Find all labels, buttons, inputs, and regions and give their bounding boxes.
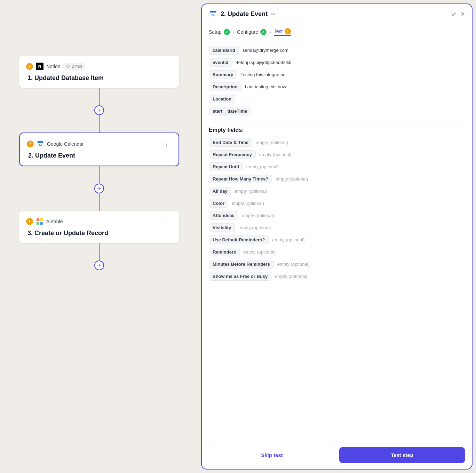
svg-rect-10: [210, 12, 216, 13]
warning-icon-2: !: [27, 141, 34, 147]
panel-gcal-icon: 24: [209, 10, 217, 18]
empty-row-9: Reminders empty (optional): [209, 248, 465, 256]
node-1-title: 1. Updated Database Item: [26, 74, 172, 82]
breadcrumb-configure[interactable]: Configure ✓: [237, 29, 267, 35]
add-step-2[interactable]: +: [94, 184, 104, 193]
field-value-eventid: 4efdnj7spuijvjd6pc6ed92fkk: [236, 60, 292, 65]
test-warning: !: [285, 28, 291, 34]
node-3-menu[interactable]: ⋮: [162, 217, 172, 226]
app-name-3: Airtable: [46, 219, 63, 224]
workflow-node-3[interactable]: ! Airtable ⋮ 3. Create or Update Record: [19, 211, 179, 243]
time-badge: ⏱ 2 min: [63, 63, 85, 70]
empty-tag-5: Color: [209, 199, 228, 208]
panel-title: 2. Update Event: [221, 10, 268, 18]
field-row-startdatetime: start__dateTime: [209, 107, 465, 115]
field-row-summary: Summary Testing this integration: [209, 70, 465, 79]
svg-rect-5: [40, 218, 43, 221]
empty-row-0: End Date & Time empty (optional): [209, 138, 465, 147]
empty-row-3: Repeat How Many Times? empty (optional): [209, 175, 465, 183]
empty-row-5: Color empty (optional): [209, 199, 465, 208]
configure-check: ✓: [260, 29, 267, 35]
field-tag-calendarid: calendarid: [209, 46, 239, 55]
test-step-button[interactable]: Test step: [339, 447, 465, 463]
svg-rect-7: [40, 222, 43, 225]
workflow-node-1[interactable]: ! N Notion ⏱ 2 min ⋮ 1. Updated Database…: [19, 56, 179, 88]
close-icon[interactable]: ✕: [460, 11, 465, 17]
field-value-summary: Testing this integration: [240, 72, 285, 77]
empty-tag-4: All day: [209, 187, 231, 195]
setup-check: ✓: [224, 29, 230, 35]
breadcrumb-setup[interactable]: Setup ✓: [209, 29, 230, 35]
test-label: Test: [274, 29, 283, 34]
empty-tag-8: Use Default Reminders?: [209, 235, 269, 244]
empty-tag-9: Reminders: [209, 248, 240, 256]
field-row-location: Location: [209, 95, 465, 103]
field-tag-summary: Summary: [209, 70, 237, 79]
empty-value-8: empty (optional): [272, 237, 304, 242]
setup-label: Setup: [209, 29, 222, 35]
empty-row-10: Minutes Before Reminders empty (optional…: [209, 260, 465, 268]
breadcrumb-test[interactable]: Test !: [274, 28, 291, 36]
airtable-icon: [36, 218, 43, 225]
node-3-title: 3. Create or Update Record: [26, 230, 172, 237]
clock-icon: ⏱: [66, 64, 70, 69]
svg-rect-4: [37, 218, 39, 221]
field-tag-startdatetime: start__dateTime: [209, 107, 251, 115]
empty-value-6: empty (optional): [242, 213, 274, 218]
workflow-panel: ! N Notion ⏱ 2 min ⋮ 1. Updated Database…: [0, 0, 198, 473]
empty-tag-3: Repeat How Many Times?: [209, 175, 272, 183]
empty-row-8: Use Default Reminders? empty (optional): [209, 235, 465, 244]
time-value: 2 min: [72, 64, 82, 69]
arrow-1: ›: [233, 29, 235, 35]
field-row-description: Description I am testing this now: [209, 82, 465, 91]
warning-icon-3: !: [26, 218, 33, 225]
field-row-calendarid: calendarid senda@drymerge.com: [209, 46, 465, 55]
connector-3: [99, 166, 100, 184]
connector-5: [99, 243, 100, 260]
edit-icon[interactable]: ✏: [271, 11, 276, 17]
expand-icon[interactable]: ⤢: [452, 11, 456, 17]
svg-rect-6: [37, 222, 39, 225]
field-row-eventid: eventid 4efdnj7spuijvjd6pc6ed92fkk: [209, 58, 465, 67]
app-name-2: Google Calendar: [47, 141, 84, 147]
empty-row-6: Attendees empty (optional): [209, 211, 465, 220]
field-value-calendarid: senda@drymerge.com: [243, 48, 288, 53]
empty-value-0: empty (optional): [256, 140, 288, 145]
empty-tag-7: Visibility: [209, 223, 235, 232]
empty-value-10: empty (optional): [277, 262, 310, 267]
empty-value-5: empty (optional): [232, 201, 264, 206]
empty-value-3: empty (optional): [276, 176, 308, 182]
node-1-menu[interactable]: ⋮: [162, 62, 172, 71]
svg-rect-2: [38, 142, 43, 143]
configure-label: Configure: [237, 29, 258, 35]
add-step-1[interactable]: +: [94, 105, 104, 115]
node-2-menu[interactable]: ⋮: [161, 139, 172, 149]
panel-header: 24 2. Update Event ✏ ⤢ ✕: [202, 4, 472, 24]
gcal-icon: 24: [37, 140, 44, 148]
field-value-description: I am testing this now: [245, 84, 286, 89]
empty-value-9: empty (optional): [243, 249, 276, 255]
connector-2: [99, 115, 100, 133]
svg-text:24: 24: [212, 14, 215, 17]
add-step-3[interactable]: +: [94, 260, 104, 270]
empty-row-1: Repeat Frequency empty (optional): [209, 150, 465, 159]
empty-value-7: empty (optional): [238, 225, 271, 230]
skip-test-button[interactable]: Skip test: [209, 447, 335, 463]
empty-value-4: empty (optional): [235, 189, 267, 194]
node-2-title: 2. Update Event: [27, 152, 172, 159]
empty-tag-2: Repeat Until: [209, 162, 243, 171]
empty-row-7: Visibility empty (optional): [209, 223, 465, 232]
empty-tag-10: Minutes Before Reminders: [209, 260, 274, 268]
section-divider: [209, 121, 465, 121]
empty-row-4: All day empty (optional): [209, 187, 465, 195]
empty-value-1: empty (optional): [259, 152, 292, 157]
panel-title-area: 24 2. Update Event ✏: [209, 10, 276, 18]
workflow-node-2[interactable]: ! 24 Google Calendar ⋮ 2. Update Event: [19, 133, 179, 166]
empty-fields-title: Empty fields:: [209, 127, 465, 133]
connector-4: [99, 193, 100, 211]
field-tag-eventid: eventid: [209, 58, 232, 67]
panel-actions: ⤢ ✕: [452, 11, 465, 17]
empty-tag-6: Attendees: [209, 211, 238, 220]
empty-tag-1: Repeat Frequency: [209, 150, 256, 159]
empty-tag-0: End Date & Time: [209, 138, 252, 147]
